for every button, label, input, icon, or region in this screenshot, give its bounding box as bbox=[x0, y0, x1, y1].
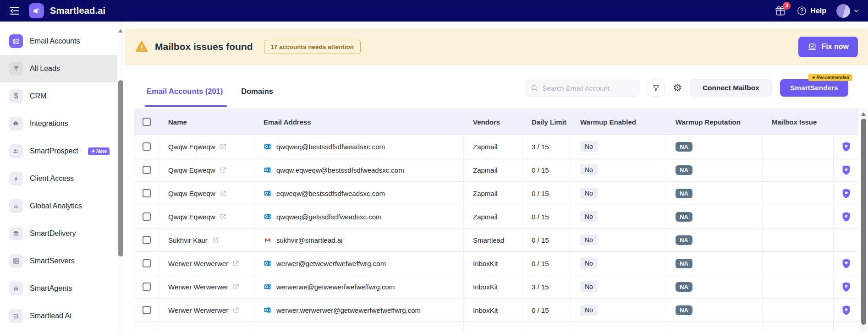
shield-star-icon[interactable] bbox=[842, 258, 851, 269]
smartsenders-button[interactable]: SmartSenders ✦ Recommended bbox=[780, 79, 848, 97]
email-address-cell: werwerwe@getwewerfwefweffwrg.com bbox=[254, 275, 464, 298]
email-address-cell: qwqweq@getssdfsdfweadsxc.com bbox=[254, 205, 464, 228]
scroll-up-arrow[interactable] bbox=[118, 29, 123, 33]
mailbox-issue-cell bbox=[763, 275, 834, 298]
gift-button[interactable]: 3 bbox=[775, 5, 786, 17]
warmup-reputation-cell: NA bbox=[666, 205, 763, 228]
help-label: Help bbox=[810, 7, 826, 15]
sidebar-item-smartprospect[interactable]: SmartProspect✦ New bbox=[0, 137, 117, 165]
sidebar-item-label: All Leads bbox=[30, 65, 60, 73]
row-checkbox[interactable] bbox=[143, 259, 151, 267]
tab-email-accounts[interactable]: Email Accounts (201) bbox=[147, 87, 223, 109]
daily-limit-cell: 3 / 15 bbox=[522, 275, 571, 298]
external-link-icon[interactable] bbox=[232, 260, 240, 267]
email-address-cell: sukhvir@smartlead.ai bbox=[254, 229, 464, 251]
shield-star-icon[interactable] bbox=[842, 282, 851, 292]
sidebar-item-global-analytics[interactable]: Global Analytics bbox=[0, 192, 117, 220]
table-row: Werwer Werwerwer werwer@getwewerfwefweff… bbox=[134, 252, 858, 275]
sidebar-item-label: SmartDelivery bbox=[30, 229, 76, 238]
filter-button[interactable] bbox=[648, 80, 665, 97]
sidebar-item-label: SmartServers bbox=[30, 257, 75, 265]
select-all-checkbox[interactable] bbox=[143, 118, 151, 126]
sidebar-item-email-accounts[interactable]: Email Accounts bbox=[0, 27, 117, 55]
mailbox-issue-cell bbox=[763, 182, 834, 205]
row-checkbox-cell bbox=[134, 229, 159, 251]
external-link-icon[interactable] bbox=[220, 213, 227, 220]
new-badge: ✦ New bbox=[88, 147, 110, 155]
email-accounts-table: Name Email Address Vendors Daily Limit W… bbox=[134, 109, 858, 332]
warmup-enabled-cell: No bbox=[571, 135, 666, 158]
row-checkbox[interactable] bbox=[143, 212, 151, 221]
row-checkbox[interactable] bbox=[143, 166, 151, 174]
empty-cell bbox=[834, 322, 859, 332]
main-scrollbar[interactable] bbox=[860, 109, 867, 332]
funnel-icon bbox=[9, 62, 23, 76]
external-link-icon[interactable] bbox=[232, 283, 240, 290]
account-name-cell: Sukhvir Kaur bbox=[159, 229, 254, 251]
vendor-name: Zapmail bbox=[473, 143, 497, 151]
sidebar-item-smartservers[interactable]: SmartServers bbox=[0, 247, 117, 275]
tab-domains[interactable]: Domains bbox=[241, 87, 273, 109]
search-email-account[interactable] bbox=[525, 80, 639, 97]
shield-star-icon[interactable] bbox=[842, 142, 851, 152]
col-mailbox-issue: Mailbox Issue bbox=[763, 109, 834, 135]
row-checkbox[interactable] bbox=[143, 189, 151, 197]
email-address-cell: eqweqw@bestssdfsdfweadsxc.com bbox=[254, 182, 464, 205]
sidebar-collapse-icon[interactable] bbox=[8, 5, 21, 17]
warmup-reputation-badge: NA bbox=[676, 282, 692, 292]
account-menu[interactable] bbox=[836, 4, 860, 18]
sidebar-item-smartdelivery[interactable]: SmartDelivery bbox=[0, 220, 117, 247]
vendor-cell: InboxKit bbox=[464, 299, 522, 321]
external-link-icon[interactable] bbox=[220, 190, 227, 197]
warmup-enabled-cell: No bbox=[571, 229, 666, 251]
sidebar-item-crm[interactable]: $CRM bbox=[0, 82, 117, 110]
sidebar-item-integrations[interactable]: Integrations bbox=[0, 110, 117, 137]
shield-star-icon[interactable] bbox=[842, 305, 851, 316]
row-checkbox[interactable] bbox=[143, 236, 151, 244]
shield-cell bbox=[834, 135, 859, 158]
sidebar-item-client-access[interactable]: Client Access bbox=[0, 165, 117, 192]
account-name: Werwer Werwerwer bbox=[168, 260, 228, 267]
sidebar: Email AccountsAll Leads$CRMIntegrationsS… bbox=[0, 22, 125, 332]
help-button[interactable]: Help bbox=[797, 5, 826, 16]
bar-chart-icon bbox=[9, 199, 23, 213]
external-link-icon[interactable] bbox=[220, 166, 227, 174]
search-icon bbox=[530, 84, 538, 92]
search-input[interactable] bbox=[542, 84, 634, 92]
fix-now-button[interactable]: Fix now bbox=[798, 37, 858, 57]
external-link-icon[interactable] bbox=[220, 143, 227, 150]
connect-mailbox-button[interactable]: Connect Mailbox bbox=[690, 79, 772, 97]
shield-star-icon[interactable] bbox=[842, 188, 851, 199]
empty-cell bbox=[571, 322, 666, 332]
sidebar-item-smartagents[interactable]: SmartAgents bbox=[0, 275, 117, 302]
row-checkbox[interactable] bbox=[143, 306, 151, 314]
outlook-icon bbox=[264, 212, 272, 221]
attention-count-badge[interactable]: 17 accounts needs attention bbox=[264, 40, 361, 54]
warmup-reputation-badge: NA bbox=[676, 165, 692, 175]
main-scrollbar-thumb[interactable] bbox=[861, 119, 866, 325]
sidebar-item-all-leads[interactable]: All Leads bbox=[0, 55, 117, 82]
row-checkbox[interactable] bbox=[143, 142, 151, 151]
gear-icon[interactable]: ⚙ bbox=[673, 83, 682, 93]
shield-star-icon[interactable] bbox=[842, 212, 851, 222]
empty-cell bbox=[464, 322, 522, 332]
external-link-icon[interactable] bbox=[212, 236, 219, 244]
sidebar-scrollbar[interactable] bbox=[117, 22, 124, 332]
sidebar-scrollbar-thumb[interactable] bbox=[118, 80, 123, 256]
table-row: Werwer Werwerwer werwer.werwerwer@getwew… bbox=[134, 299, 858, 322]
scroll-up-arrow[interactable] bbox=[861, 112, 866, 116]
warmup-enabled-cell: No bbox=[571, 205, 666, 228]
external-link-icon[interactable] bbox=[232, 306, 240, 314]
people-icon bbox=[9, 144, 23, 158]
warmup-enabled-badge: No bbox=[580, 141, 598, 152]
sidebar-item-smartlead-ai[interactable]: Smartlead Ai bbox=[0, 302, 117, 330]
row-checkbox[interactable] bbox=[143, 283, 151, 291]
table-header-row: Name Email Address Vendors Daily Limit W… bbox=[134, 109, 858, 135]
shield-star-icon[interactable] bbox=[842, 165, 851, 175]
vendor-name: InboxKit bbox=[473, 260, 498, 267]
email-address: qwqweq@bestssdfsdfweadsxc.com bbox=[276, 143, 385, 151]
outlook-icon bbox=[264, 259, 272, 267]
vendor-name: Smartlead bbox=[473, 236, 504, 244]
smartlead-logo-icon[interactable] bbox=[29, 3, 44, 18]
vendor-cell: Zapmail bbox=[464, 182, 522, 205]
